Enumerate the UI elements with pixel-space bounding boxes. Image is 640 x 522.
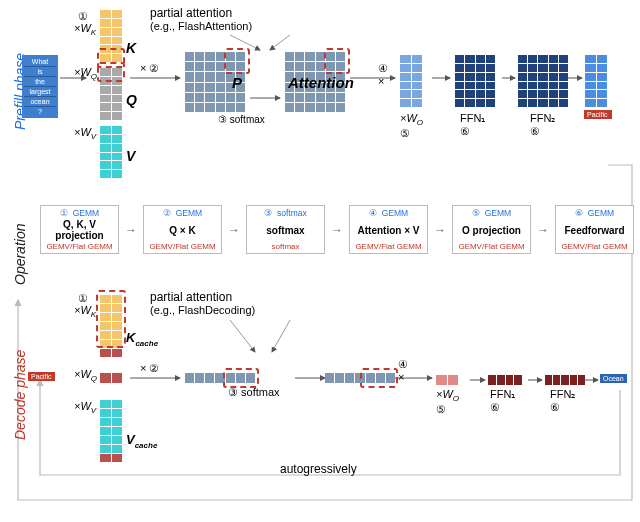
- opbox-5: ⑤ GEMM O projection GEMV/Flat GEMM: [452, 205, 531, 254]
- opbox-2: ② GEMM Q × K GEMV/Flat GEMM: [143, 205, 222, 254]
- op-arrow-icon: →: [537, 205, 549, 254]
- input-token-decode: Pacific: [28, 372, 55, 381]
- opbox-1: ① GEMM Q, K, V projection GEMV/Flat GEMM: [40, 205, 119, 254]
- decode-step4: ④×: [398, 358, 408, 383]
- step4-mul: ④×: [378, 62, 388, 87]
- matrix-q: [100, 68, 122, 120]
- opbox-3: ③ softmax softmax softmax: [246, 205, 325, 254]
- matrix-attnv: [400, 55, 422, 107]
- wv-text: ×WV: [74, 126, 96, 141]
- matrix-vcache: [100, 400, 122, 462]
- k-label: K: [126, 40, 136, 56]
- decode-step2: × ②: [140, 362, 159, 375]
- svg-line-16: [272, 320, 290, 352]
- decode-wv: ×WV: [74, 400, 96, 415]
- partial-attention-eg: (e.g., FlashAttention): [150, 20, 252, 32]
- attention-label: Attention: [288, 74, 354, 91]
- autoregressive-label: autogressively: [280, 462, 357, 476]
- matrix-v: [100, 126, 122, 178]
- output-token-decode: Ocean: [600, 374, 627, 383]
- matrix-output-prefill: [585, 55, 607, 107]
- op-arrow-icon: →: [434, 205, 446, 254]
- partial-attention-decode: partial attention: [150, 290, 232, 304]
- decode-wk: ×WK: [74, 304, 96, 319]
- decode-wq: ×WQ: [74, 368, 97, 383]
- vcache-label: Vcache: [126, 432, 157, 450]
- decode-wo: ×WO⑤: [436, 388, 459, 416]
- step2-mul: × ②: [140, 62, 159, 75]
- decode-phase-label: Decode phase: [12, 350, 28, 440]
- matrix-p-decode: [185, 373, 255, 383]
- output-token-prefill: Pacific: [584, 110, 612, 119]
- op-arrow-icon: →: [125, 205, 137, 254]
- partial-attention-decode-eg: (e.g., FlashDecoding): [150, 304, 255, 316]
- softmax-label: ③ softmax: [218, 114, 265, 125]
- v-label: V: [126, 148, 135, 164]
- matrix-ffn1: [455, 55, 495, 107]
- svg-line-0: [230, 35, 260, 50]
- wk-text: ×WK: [74, 22, 96, 37]
- wq-text: ×WQ: [74, 66, 97, 81]
- matrix-attn-decode: [325, 373, 395, 383]
- decode-ffn1: FFN₁⑥: [490, 388, 515, 414]
- op-arrow-icon: →: [228, 205, 240, 254]
- opbox-6: ⑥ GEMM Feedforward GEMV/Flat GEMM: [555, 205, 634, 254]
- matrix-kcache: [100, 295, 122, 357]
- ffn2-label: FFN₂⑥: [530, 112, 555, 138]
- op-arrow-icon: →: [331, 205, 343, 254]
- matrix-ffn1-decode: [488, 375, 522, 385]
- operation-label: Operation: [12, 224, 28, 285]
- wo-label: ×WO⑤: [400, 112, 423, 140]
- opbox-4: ④ GEMM Attention × V GEMV/Flat GEMM: [349, 205, 428, 254]
- matrix-attnv-decode: [436, 375, 458, 385]
- input-tokens: What is the largest ocean ?: [22, 55, 58, 118]
- matrix-ffn-hidden: [518, 55, 568, 107]
- decode-softmax: ③ softmax: [228, 386, 280, 399]
- matrix-q-decode: [100, 373, 122, 383]
- operation-row: ① GEMM Q, K, V projection GEMV/Flat GEMM…: [40, 205, 634, 254]
- ffn1-label: FFN₁⑥: [460, 112, 485, 138]
- q-label: Q: [126, 92, 137, 108]
- p-label: P: [232, 74, 242, 91]
- svg-line-15: [230, 320, 255, 352]
- decode-ffn2: FFN₂⑥: [550, 388, 575, 414]
- partial-attention-label: partial attention: [150, 6, 232, 20]
- matrix-k: [100, 10, 122, 62]
- svg-line-1: [270, 35, 290, 50]
- matrix-ffnh-decode: [545, 375, 585, 385]
- kcache-label: Kcache: [126, 330, 158, 348]
